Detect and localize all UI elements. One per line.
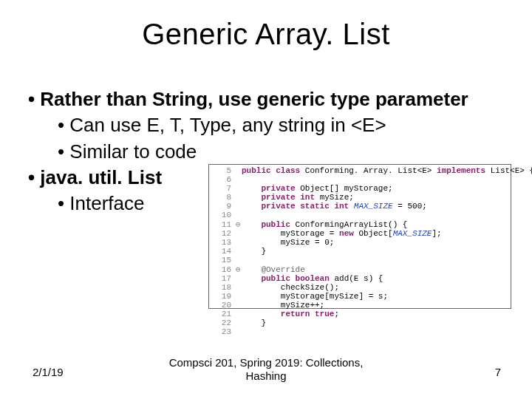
code-snippet: 5 public class Conforming. Array. List<E… xyxy=(208,164,511,309)
code-line-10: 10 xyxy=(212,211,508,219)
code-line-11: 11⊖ public ConformingArrayList() { xyxy=(212,219,508,229)
bullet-1-1: Can use E, T, Type, any string in <E> xyxy=(58,113,504,137)
code-line-21: 21 return true; xyxy=(212,310,508,318)
code-line-8: 8 private int mySize; xyxy=(212,193,508,202)
footer-line-2: Hashing xyxy=(245,369,286,382)
code-line-16: 16⊖ @Override xyxy=(212,265,508,274)
slide: Generic Array. List Rather than String, … xyxy=(0,0,532,399)
code-line-22: 22 } xyxy=(212,318,508,327)
code-line-20: 20 mySize++; xyxy=(212,301,508,310)
code-line-23: 23 xyxy=(212,327,508,336)
code-line-12: 12 myStorage = new Object[MAX_SIZE]; xyxy=(212,229,508,238)
code-line-5: 5 public class Conforming. Array. List<E… xyxy=(212,166,508,175)
code-line-18: 18 checkSize(); xyxy=(212,283,508,292)
code-line-13: 13 mySize = 0; xyxy=(212,238,508,247)
footer-center: Compsci 201, Spring 2019: Collections, H… xyxy=(0,356,532,383)
code-line-7: 7 private Object[] myStorage; xyxy=(212,184,508,193)
bullet-1: Rather than String, use generic type par… xyxy=(28,87,504,112)
bullet-1-2: Similar to code xyxy=(58,140,504,164)
code-line-9: 9 private static int MAX_SIZE = 500; xyxy=(212,202,508,211)
code-line-6: 6 xyxy=(212,175,508,184)
code-line-17: 17 public boolean add(E s) { xyxy=(212,274,508,283)
slide-title: Generic Array. List xyxy=(0,18,532,51)
footer-line-1: Compsci 201, Spring 2019: Collections, xyxy=(169,356,364,369)
code-line-14: 14 } xyxy=(212,247,508,256)
page-number: 7 xyxy=(495,366,501,378)
code-line-15: 15 xyxy=(212,256,508,265)
code-line-19: 19 myStorage[mySize] = s; xyxy=(212,292,508,301)
